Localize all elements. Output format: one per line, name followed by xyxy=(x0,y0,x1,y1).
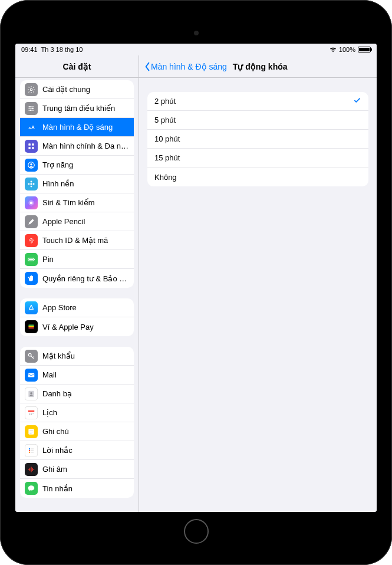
detail-nav: Màn hình & Độ sáng Tự động khóa xyxy=(139,55,377,78)
sidebar-item-passwords[interactable]: Mật khẩu xyxy=(20,347,134,366)
status-date: Th 3 18 thg 10 xyxy=(41,46,83,53)
detail-panel: Màn hình & Độ sáng Tự động khóa 2 phút5 … xyxy=(139,55,377,512)
sidebar-item-label: Màn hình & Độ sáng xyxy=(42,123,129,132)
status-bar: 09:41 Th 3 18 thg 10 100% xyxy=(15,44,377,55)
sidebar-scroll[interactable]: Cài đặt chungTrung tâm điều khiểnAAMàn h… xyxy=(15,78,139,512)
sidebar-item-wallet[interactable]: Ví & Apple Pay xyxy=(20,317,134,336)
sidebar-item-mail[interactable]: Mail xyxy=(20,366,134,385)
sidebar-item-label: Ghi âm xyxy=(42,465,129,474)
sidebar-item-label: Trợ năng xyxy=(42,160,129,169)
svg-point-1 xyxy=(29,106,31,107)
sidebar-item-voicememos[interactable]: Ghi âm xyxy=(20,460,134,479)
gear-icon xyxy=(25,83,38,96)
svg-point-16 xyxy=(33,183,35,185)
sidebar-group: Mật khẩuMailDanh bạLịchGhi chúLời nhắcGh… xyxy=(20,347,134,498)
autolock-option[interactable]: Không xyxy=(147,167,368,186)
svg-point-13 xyxy=(31,180,32,182)
sidebar-item-touchid[interactable]: Touch ID & Mật mã xyxy=(20,231,134,250)
sidebar-item-general[interactable]: Cài đặt chung xyxy=(20,80,134,99)
svg-rect-9 xyxy=(32,147,34,149)
sidebar-item-messages[interactable]: Tin nhắn xyxy=(20,479,134,498)
autolock-option[interactable]: 2 phút xyxy=(147,92,368,111)
sidebar-item-notes[interactable]: Ghi chú xyxy=(20,422,134,441)
message-icon xyxy=(25,482,38,495)
sidebar-item-label: Mật khẩu xyxy=(42,352,129,360)
fingerprint-icon xyxy=(25,234,38,247)
svg-rect-20 xyxy=(34,258,35,259)
waveform-icon xyxy=(25,463,38,476)
option-label: 10 phút xyxy=(154,134,180,143)
sidebar-item-label: Danh bạ xyxy=(42,389,129,398)
svg-point-25 xyxy=(28,353,31,356)
sidebar-item-accessibility[interactable]: Trợ năng xyxy=(20,156,134,175)
text-size-icon: AA xyxy=(25,121,38,134)
sidebar-item-reminders[interactable]: Lời nhắc xyxy=(20,441,134,460)
autolock-option[interactable]: 10 phút xyxy=(147,130,368,149)
sidebar-item-label: Lịch xyxy=(42,408,129,417)
option-label: 5 phút xyxy=(154,116,176,124)
back-label: Màn hình & Độ sáng xyxy=(151,62,227,71)
sidebar-item-appstore[interactable]: App Store xyxy=(20,298,134,317)
svg-rect-26 xyxy=(28,373,35,377)
autolock-option[interactable]: 5 phút xyxy=(147,111,368,130)
settings-sidebar: Cài đặt Cài đặt chungTrung tâm điều khiể… xyxy=(15,55,139,512)
sidebar-item-pencil[interactable]: Apple Pencil xyxy=(20,212,134,231)
siri-icon xyxy=(25,196,38,209)
contacts-icon xyxy=(25,387,38,400)
svg-rect-23 xyxy=(28,326,34,327)
svg-point-12 xyxy=(30,183,32,185)
option-label: 2 phút xyxy=(154,97,176,106)
autolock-option[interactable]: 15 phút xyxy=(147,149,368,167)
option-label: 15 phút xyxy=(154,153,180,162)
svg-rect-6 xyxy=(28,143,31,146)
sidebar-item-calendar[interactable]: Lịch xyxy=(20,403,134,422)
sidebar-item-label: App Store xyxy=(42,303,129,312)
battery-percent: 100% xyxy=(339,46,355,53)
wallet-icon xyxy=(25,320,38,333)
sidebar-item-label: Apple Pencil xyxy=(42,217,129,226)
sidebar-item-label: Lời nhắc xyxy=(42,446,129,455)
status-left: 09:41 Th 3 18 thg 10 xyxy=(21,46,83,53)
svg-rect-7 xyxy=(32,143,34,146)
sidebar-item-wallpaper[interactable]: Hình nền xyxy=(20,175,134,193)
sidebar-item-siri[interactable]: Siri & Tìm kiếm xyxy=(20,193,134,212)
sidebar-item-battery[interactable]: Pin xyxy=(20,250,134,269)
svg-rect-30 xyxy=(28,410,35,411)
sidebar-item-display[interactable]: AAMàn hình & Độ sáng xyxy=(20,118,134,137)
wifi-icon xyxy=(330,47,337,52)
svg-rect-21 xyxy=(29,258,33,259)
sidebar-item-label: Cài đặt chung xyxy=(42,85,129,94)
screen: 09:41 Th 3 18 thg 10 100% Cài đặt Cài đặ… xyxy=(15,44,377,512)
sidebar-item-label: Màn hình chính & Đa nhiệm xyxy=(42,142,129,150)
reminders-icon xyxy=(25,444,38,457)
sidebar-item-label: Touch ID & Mật mã xyxy=(42,236,129,245)
sidebar-item-label: Tin nhắn xyxy=(42,484,129,493)
svg-point-15 xyxy=(28,183,29,185)
svg-rect-8 xyxy=(28,147,31,149)
status-right: 100% xyxy=(330,46,371,53)
option-label: Không xyxy=(154,173,177,182)
flower-icon xyxy=(25,178,38,190)
calendar-icon xyxy=(25,406,38,419)
grid-icon xyxy=(25,140,38,153)
svg-rect-22 xyxy=(28,325,34,326)
back-button[interactable]: Màn hình & Độ sáng xyxy=(144,62,227,71)
sidebar-title: Cài đặt xyxy=(15,55,139,78)
ipad-frame: 09:41 Th 3 18 thg 10 100% Cài đặt Cài đặ… xyxy=(0,0,392,565)
svg-point-34 xyxy=(29,451,30,452)
sidebar-item-label: Pin xyxy=(42,255,129,264)
sidebar-item-contacts[interactable]: Danh bạ xyxy=(20,385,134,403)
sidebar-item-home[interactable]: Màn hình chính & Đa nhiệm xyxy=(20,137,134,156)
home-button[interactable] xyxy=(184,519,209,544)
sidebar-group: Cài đặt chungTrung tâm điều khiểnAAMàn h… xyxy=(20,80,134,288)
sidebar-item-label: Quyền riêng tư & Bảo mật xyxy=(42,274,129,283)
hand-icon xyxy=(25,272,38,285)
detail-body: 2 phút5 phút10 phút15 phútKhông xyxy=(139,78,377,201)
sidebar-item-privacy[interactable]: Quyền riêng tư & Bảo mật xyxy=(20,269,134,288)
checkmark-icon xyxy=(353,96,361,106)
sidebar-item-label: Trung tâm điều khiển xyxy=(42,104,129,113)
sidebar-item-label: Ghi chú xyxy=(42,427,129,436)
sidebar-item-control[interactable]: Trung tâm điều khiển xyxy=(20,99,134,118)
mail-icon xyxy=(25,369,38,382)
svg-point-33 xyxy=(29,449,30,451)
